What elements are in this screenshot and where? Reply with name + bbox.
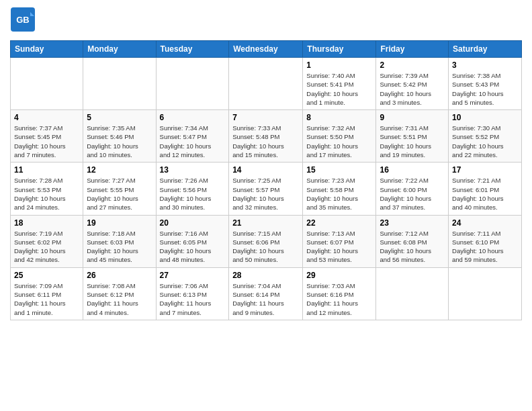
day-number: 25 [14,271,79,280]
calendar-cell: 25Sunrise: 7:09 AM Sunset: 6:11 PM Dayli… [11,267,83,320]
calendar-cell [376,267,449,320]
day-number: 29 [306,271,372,280]
calendar-cell: 27Sunrise: 7:06 AM Sunset: 6:13 PM Dayli… [156,267,229,320]
day-info: Sunrise: 7:15 AM Sunset: 6:06 PM Dayligh… [232,229,299,265]
day-info: Sunrise: 7:03 AM Sunset: 6:16 PM Dayligh… [306,281,372,317]
day-info: Sunrise: 7:26 AM Sunset: 5:56 PM Dayligh… [160,176,226,212]
day-info: Sunrise: 7:32 AM Sunset: 5:50 PM Dayligh… [306,124,372,159]
day-info: Sunrise: 7:16 AM Sunset: 6:05 PM Dayligh… [160,229,226,265]
day-info: Sunrise: 7:08 AM Sunset: 6:12 PM Dayligh… [87,281,152,317]
day-info: Sunrise: 7:12 AM Sunset: 6:08 PM Dayligh… [380,229,445,265]
day-info: Sunrise: 7:27 AM Sunset: 5:55 PM Dayligh… [87,176,152,212]
day-number: 14 [232,165,299,175]
calendar-cell [83,58,156,110]
day-number: 21 [232,218,299,228]
calendar-cell: 24Sunrise: 7:11 AM Sunset: 6:10 PM Dayli… [449,215,522,267]
day-number: 1 [306,60,372,70]
day-number: 10 [452,113,518,122]
day-number: 23 [380,218,445,228]
day-info: Sunrise: 7:31 AM Sunset: 5:51 PM Dayligh… [380,124,445,159]
day-info: Sunrise: 7:30 AM Sunset: 5:52 PM Dayligh… [452,124,518,159]
calendar-cell: 3Sunrise: 7:38 AM Sunset: 5:43 PM Daylig… [449,58,522,110]
day-number: 12 [87,165,152,175]
calendar-cell: 28Sunrise: 7:04 AM Sunset: 6:14 PM Dayli… [229,267,303,320]
calendar-cell: 23Sunrise: 7:12 AM Sunset: 6:08 PM Dayli… [376,215,449,267]
day-number: 5 [87,113,152,122]
calendar-cell: 15Sunrise: 7:23 AM Sunset: 5:58 PM Dayli… [303,163,376,215]
day-info: Sunrise: 7:34 AM Sunset: 5:47 PM Dayligh… [160,124,226,159]
weekday-header: Tuesday [156,41,229,58]
day-number: 13 [160,165,226,175]
day-number: 4 [14,113,79,122]
logo-icon: GB [10,7,36,32]
calendar-cell: 20Sunrise: 7:16 AM Sunset: 6:05 PM Dayli… [156,215,229,267]
day-info: Sunrise: 7:39 AM Sunset: 5:42 PM Dayligh… [380,71,445,107]
day-info: Sunrise: 7:18 AM Sunset: 6:03 PM Dayligh… [87,229,152,265]
calendar-cell: 17Sunrise: 7:21 AM Sunset: 6:01 PM Dayli… [449,163,522,215]
weekday-header: Thursday [303,41,376,58]
calendar-cell: 2Sunrise: 7:39 AM Sunset: 5:42 PM Daylig… [376,58,449,110]
day-info: Sunrise: 7:09 AM Sunset: 6:11 PM Dayligh… [14,281,79,317]
calendar-cell [449,267,522,320]
calendar-cell: 26Sunrise: 7:08 AM Sunset: 6:12 PM Dayli… [83,267,156,320]
day-info: Sunrise: 7:33 AM Sunset: 5:48 PM Dayligh… [232,124,299,159]
calendar-cell: 14Sunrise: 7:25 AM Sunset: 5:57 PM Dayli… [229,163,303,215]
calendar-cell: 13Sunrise: 7:26 AM Sunset: 5:56 PM Dayli… [156,163,229,215]
calendar-cell: 19Sunrise: 7:18 AM Sunset: 6:03 PM Dayli… [83,215,156,267]
day-number: 2 [380,60,445,70]
day-info: Sunrise: 7:19 AM Sunset: 6:02 PM Dayligh… [14,229,79,265]
calendar-cell: 1Sunrise: 7:40 AM Sunset: 5:41 PM Daylig… [303,58,376,110]
calendar-cell: 4Sunrise: 7:37 AM Sunset: 5:45 PM Daylig… [11,110,83,163]
day-number: 20 [160,218,226,228]
calendar-cell: 16Sunrise: 7:22 AM Sunset: 6:00 PM Dayli… [376,163,449,215]
day-info: Sunrise: 7:23 AM Sunset: 5:58 PM Dayligh… [306,176,372,212]
day-info: Sunrise: 7:38 AM Sunset: 5:43 PM Dayligh… [452,71,518,107]
calendar-table: SundayMondayTuesdayWednesdayThursdayFrid… [10,40,522,320]
calendar-cell: 21Sunrise: 7:15 AM Sunset: 6:06 PM Dayli… [229,215,303,267]
day-info: Sunrise: 7:13 AM Sunset: 6:07 PM Dayligh… [306,229,372,265]
day-info: Sunrise: 7:21 AM Sunset: 6:01 PM Dayligh… [452,176,518,212]
day-number: 19 [87,218,152,228]
day-number: 28 [232,271,299,280]
day-info: Sunrise: 7:06 AM Sunset: 6:13 PM Dayligh… [160,281,226,317]
weekday-header: Sunday [11,41,83,58]
day-info: Sunrise: 7:04 AM Sunset: 6:14 PM Dayligh… [232,281,299,317]
calendar-cell: 5Sunrise: 7:35 AM Sunset: 5:46 PM Daylig… [83,110,156,163]
weekday-header: Saturday [449,41,522,58]
day-number: 27 [160,271,226,280]
weekday-header: Monday [83,41,156,58]
day-info: Sunrise: 7:11 AM Sunset: 6:10 PM Dayligh… [452,229,518,265]
weekday-header: Friday [376,41,449,58]
day-info: Sunrise: 7:28 AM Sunset: 5:53 PM Dayligh… [14,176,79,212]
day-number: 3 [452,60,518,70]
day-number: 9 [380,113,445,122]
day-number: 24 [452,218,518,228]
weekday-header: Wednesday [229,41,303,58]
day-number: 11 [14,165,79,175]
calendar-cell: 10Sunrise: 7:30 AM Sunset: 5:52 PM Dayli… [449,110,522,163]
day-info: Sunrise: 7:40 AM Sunset: 5:41 PM Dayligh… [306,71,372,107]
day-number: 15 [306,165,372,175]
calendar-cell [229,58,303,110]
svg-text:GB: GB [16,15,30,25]
day-number: 7 [232,113,299,122]
day-info: Sunrise: 7:22 AM Sunset: 6:00 PM Dayligh… [380,176,445,212]
day-number: 8 [306,113,372,122]
calendar-cell: 18Sunrise: 7:19 AM Sunset: 6:02 PM Dayli… [11,215,83,267]
calendar-cell: 22Sunrise: 7:13 AM Sunset: 6:07 PM Dayli… [303,215,376,267]
calendar-cell: 12Sunrise: 7:27 AM Sunset: 5:55 PM Dayli… [83,163,156,215]
calendar-cell: 8Sunrise: 7:32 AM Sunset: 5:50 PM Daylig… [303,110,376,163]
calendar-cell: 11Sunrise: 7:28 AM Sunset: 5:53 PM Dayli… [11,163,83,215]
calendar-cell [11,58,83,110]
day-number: 6 [160,113,226,122]
day-number: 26 [87,271,152,280]
day-number: 16 [380,165,445,175]
calendar-cell: 7Sunrise: 7:33 AM Sunset: 5:48 PM Daylig… [229,110,303,163]
day-info: Sunrise: 7:35 AM Sunset: 5:46 PM Dayligh… [87,124,152,159]
day-info: Sunrise: 7:37 AM Sunset: 5:45 PM Dayligh… [14,124,79,159]
day-number: 18 [14,218,79,228]
logo: GB [10,7,38,35]
day-number: 17 [452,165,518,175]
calendar-cell [156,58,229,110]
day-number: 22 [306,218,372,228]
